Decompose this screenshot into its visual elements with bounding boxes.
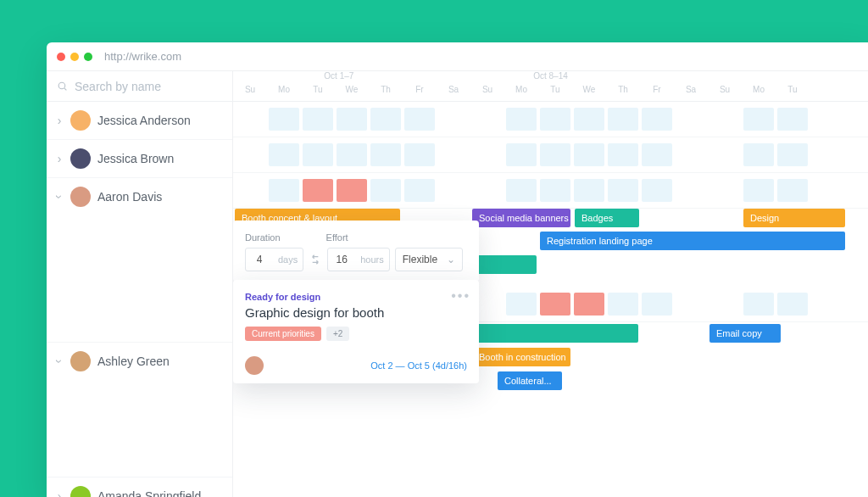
allocation-block[interactable] — [506, 143, 537, 166]
person-row[interactable]: › Jessica Brown — [47, 140, 232, 178]
day-label: Th — [606, 85, 640, 101]
allocation-block-over[interactable] — [337, 179, 367, 202]
person-name: Aaron Davis — [97, 190, 162, 204]
allocation-block[interactable] — [540, 179, 570, 202]
task-card: ••• Ready for design Graphic design for … — [233, 280, 479, 383]
allocation-block-over[interactable] — [574, 293, 604, 316]
avatar — [70, 110, 91, 131]
allocation-block[interactable] — [642, 293, 672, 316]
timeline-lane — [233, 137, 868, 173]
allocation-block[interactable] — [743, 143, 774, 166]
mode-value: Flexible — [403, 254, 437, 265]
task-bar[interactable]: Social media banners — [472, 209, 570, 227]
allocation-block[interactable] — [608, 143, 638, 166]
search-input[interactable]: Search by name — [47, 71, 232, 102]
allocation-block[interactable] — [642, 108, 672, 131]
person-row[interactable]: › Ashley Green — [47, 343, 232, 380]
avatar — [70, 187, 91, 207]
day-label: Mo — [267, 85, 301, 101]
person-name: Jessica Brown — [97, 152, 174, 165]
close-dot[interactable] — [57, 53, 65, 61]
allocation-block[interactable] — [574, 179, 604, 202]
day-label: We — [335, 85, 369, 101]
allocation-block[interactable] — [777, 143, 808, 166]
effort-unit: hours — [355, 254, 389, 265]
duration-input-group: days — [245, 248, 303, 271]
allocation-block[interactable] — [608, 108, 638, 131]
sidebar-spacer — [47, 215, 232, 343]
allocation-block[interactable] — [574, 143, 604, 166]
day-label: Sa — [674, 85, 708, 101]
more-icon[interactable]: ••• — [451, 288, 470, 304]
chevron-right-icon: › — [55, 152, 64, 165]
allocation-block[interactable] — [337, 108, 367, 131]
allocation-block[interactable] — [269, 143, 299, 166]
allocation-block[interactable] — [269, 108, 299, 131]
task-tags: Current priorities +2 — [245, 327, 467, 341]
allocation-block[interactable] — [540, 108, 570, 131]
allocation-block[interactable] — [506, 108, 537, 131]
allocation-block[interactable] — [269, 179, 299, 202]
duration-input[interactable] — [246, 254, 273, 265]
allocation-block[interactable] — [743, 179, 774, 202]
task-bar[interactable]: Collateral... — [498, 371, 562, 390]
tag-more[interactable]: +2 — [326, 327, 349, 341]
allocation-block[interactable] — [642, 143, 672, 166]
allocation-block[interactable] — [404, 143, 435, 166]
duration-label: Duration — [245, 232, 281, 243]
chevron-right-icon: › — [55, 114, 64, 127]
day-label: Tu — [538, 85, 572, 101]
tag[interactable]: Current priorities — [245, 327, 321, 341]
person-row[interactable]: › Jessica Anderson — [47, 102, 232, 140]
minimize-dot[interactable] — [70, 53, 79, 61]
allocation-block[interactable] — [370, 108, 401, 131]
task-bar[interactable]: Booth in construction — [472, 348, 570, 366]
week-label: Oct 1–7 — [233, 71, 445, 85]
day-label: Fr — [403, 85, 437, 101]
allocation-block[interactable] — [303, 108, 333, 131]
mode-select[interactable]: Flexible ⌄ — [395, 248, 463, 271]
effort-input[interactable] — [328, 254, 355, 265]
allocation-block[interactable] — [743, 293, 774, 316]
allocation-block[interactable] — [303, 143, 333, 166]
task-bar[interactable]: Email copy — [709, 324, 781, 343]
allocation-block[interactable] — [777, 293, 808, 316]
zoom-dot[interactable] — [84, 53, 92, 61]
allocation-block[interactable] — [743, 108, 774, 131]
task-bar[interactable] — [472, 255, 537, 274]
allocation-block[interactable] — [608, 293, 638, 316]
allocation-block[interactable] — [642, 179, 672, 202]
swap-icon — [309, 253, 322, 266]
timeline-lane — [233, 173, 868, 209]
assignee-avatar[interactable] — [245, 356, 264, 375]
task-bar[interactable] — [472, 324, 638, 343]
allocation-block-over[interactable] — [540, 293, 570, 316]
duration-unit: days — [273, 254, 303, 265]
task-bar[interactable]: Design — [743, 209, 845, 227]
day-label: Fr — [640, 85, 674, 101]
allocation-block[interactable] — [608, 179, 638, 202]
allocation-block[interactable] — [506, 293, 537, 316]
address-bar: http://wrike.com — [104, 50, 181, 63]
avatar — [70, 351, 91, 371]
allocation-block[interactable] — [370, 179, 401, 202]
allocation-block[interactable] — [337, 143, 367, 166]
day-label: Tu — [301, 85, 335, 101]
allocation-block[interactable] — [777, 108, 808, 131]
day-label: Mo — [742, 85, 776, 101]
allocation-block[interactable] — [777, 179, 808, 202]
person-row[interactable]: › Aaron Davis — [47, 178, 232, 215]
person-row[interactable]: › Amanda Springfield — [47, 477, 232, 497]
task-bar[interactable]: Badges — [575, 209, 639, 227]
person-name: Ashley Green — [97, 355, 170, 368]
day-label: Su — [233, 85, 267, 101]
allocation-block[interactable] — [506, 179, 537, 202]
chevron-down-icon: › — [53, 193, 66, 201]
allocation-block-over[interactable] — [303, 179, 333, 202]
task-bar[interactable]: Registration landing page — [540, 232, 845, 250]
allocation-block[interactable] — [404, 179, 435, 202]
allocation-block[interactable] — [404, 108, 435, 131]
allocation-block[interactable] — [540, 143, 570, 166]
allocation-block[interactable] — [370, 143, 401, 166]
allocation-block[interactable] — [574, 108, 604, 131]
